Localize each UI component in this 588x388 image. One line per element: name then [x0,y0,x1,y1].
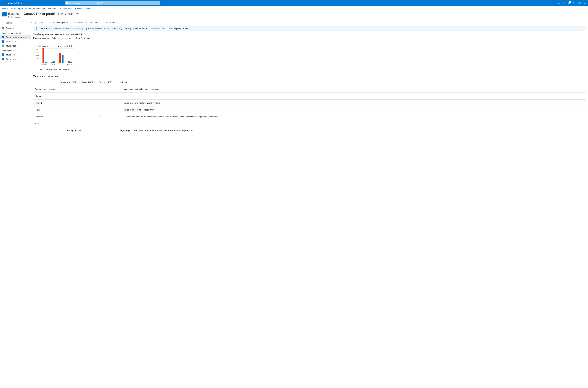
crumb-migrate[interactable]: Azure Migrate | Servers, databases and w… [11,7,56,10]
footer-insight: Migrating to Azure could be 3.14 times m… [115,127,586,134]
crumb-current[interactable]: BusinessCase001 [75,7,92,10]
table-row: Compute and licensing •saved by reservin… [33,86,586,93]
chart-legend: On-Premises Cost Azure Cost [36,69,74,70]
crumb-home[interactable]: Home [2,7,8,10]
command-bar: Export⌄ Edit Assumptions⌄ Recalculate Re… [33,20,586,26]
table-row: Network •saved by network optimizations … [33,99,586,106]
cloud-shell-icon[interactable] [557,2,560,4]
sidebar-item-onprem-vs-azure[interactable]: On-premises vs Azure [0,35,31,39]
section-heading: Total on-premises cost vs Azure cost (US… [33,33,586,36]
hamburger-menu-icon[interactable] [2,2,5,4]
svg-point-3 [574,3,575,3]
svg-point-13 [37,28,37,28]
topbar-actions: 1 [557,2,586,4]
feedback-icon[interactable] [584,2,586,4]
main-content: Export⌄ Edit Assumptions⌄ Recalculate Re… [31,20,588,137]
sidebar-item-label: Azure PaaS [6,45,17,47]
search-icon [66,2,68,4]
sidebar-item-azure-cost[interactable]: Azure cost [0,52,31,57]
svg-point-0 [66,2,68,4]
tab-potential-savings[interactable]: Potential savings [33,37,49,40]
directories-icon[interactable] [562,2,565,4]
search-icon [2,22,5,24]
overview-icon [2,27,4,29]
footer-savings: Savings 68.2% [33,127,115,134]
paas-icon [2,45,4,47]
crumb-businesscase[interactable]: Business case [59,7,72,10]
settings-icon[interactable] [573,2,575,4]
svg-point-10 [49,23,50,24]
tco-heading: Total cost of ownership [33,75,586,77]
svg-point-6 [3,22,4,23]
sidebar-item-azure-paas[interactable]: Azure PaaS [0,44,31,48]
th-insights: Insights [115,79,586,86]
tab-azure-cost[interactable]: Total Azure cost [76,37,90,40]
brand-label: Microsoft Azure [7,2,24,4]
iaas-icon [2,40,4,43]
table-row: Storage [33,93,586,99]
sliders-icon [49,22,51,24]
sidebar-item-label: Overview [6,27,14,29]
th-savings: Savings (USD) [98,79,115,86]
edit-assumptions-button[interactable]: Edit Assumptions⌄ [48,21,71,24]
svg-point-8 [49,22,50,23]
more-actions-icon[interactable]: ⋯ [76,12,79,15]
close-blade-icon[interactable]: ✕ [581,12,586,17]
download-icon [34,22,37,24]
dismiss-banner-icon[interactable]: ✕ [582,27,584,30]
chart-y-axis: 1.6M1.2M810k400k0 [36,48,39,63]
svg-line-1 [68,4,68,4]
th-azure: Azure (USD) [80,79,98,86]
refresh-icon [90,22,92,24]
tab-onprem-cost[interactable]: Total on-premises cost [52,37,73,40]
server-cost-icon [2,58,4,60]
feedback-button[interactable]: Feedback [105,21,119,24]
table-row: Facilities000 •Please update the on-prem… [33,113,586,120]
sidebar-item-onprem-cost[interactable]: On-premises cost [0,57,31,61]
page-title: BusinessCase001 | On-premises vs Azure [8,12,74,16]
svg-rect-2 [557,2,559,4]
sidebar-item-label: On-premises cost [6,58,22,60]
notifications-icon[interactable]: 1 [568,2,570,4]
sidebar-section-reports: Business case reports [0,30,31,35]
svg-point-9 [50,23,51,23]
sidebar-search[interactable] [1,21,30,25]
page-titlebar: ▤ BusinessCase001 | On-premises vs Azure… [0,11,588,20]
svg-line-7 [4,23,4,24]
metric-tabs: Potential savings Total on-premises cost… [33,37,586,40]
chart-plot-area [40,48,74,63]
table-row: IT Labor •saved by improving IT producti… [33,106,586,113]
legend-azure: Azure Cost [59,69,70,70]
tco-table: On-premises (USD) Azure (USD) Savings (U… [33,79,586,134]
legend-onprem: On-Premises Cost [40,69,57,70]
refresh-button[interactable]: Refresh [89,21,101,24]
recalc-icon [73,22,75,24]
help-icon[interactable] [578,2,581,4]
azure-topbar: Microsoft Azure 1 [0,0,588,6]
th-blank [33,79,58,86]
sidebar-item-azure-iaas[interactable]: Azure IaaS [0,39,31,44]
sidebar-item-label: Azure cost [6,54,15,56]
recalculate-button[interactable]: Recalculate [72,21,88,24]
sidebar-item-overview[interactable]: Overview [0,26,31,30]
svg-point-11 [106,22,107,23]
sidebar-item-label: Azure IaaS [6,40,16,43]
notification-badge: 1 [569,1,571,3]
cost-chart: Estimated annual cost by category (USD) … [33,43,77,72]
sidebar: « Overview Business case reports On-prem… [0,20,31,137]
info-banner: These are estimated costs and your actua… [33,26,586,31]
info-icon [35,27,38,30]
sidebar-section-assumptions: Assumptions [0,48,31,52]
chart-title: Estimated annual cost by category (USD) [36,45,74,47]
resource-type-icon: ▤ [2,12,7,17]
global-search-input[interactable] [65,1,160,5]
chart-x-axis: ComputeStorageITlabourNetwork [40,64,74,67]
global-search[interactable] [65,1,160,5]
page-subtitle: Business Case [8,16,74,18]
info-text: These are estimated costs and your actua… [40,27,188,30]
sidebar-item-label: On-premises vs Azure [6,36,26,38]
export-button[interactable]: Export⌄ [33,21,47,24]
compare-icon [2,36,4,38]
breadcrumb: Home› Azure Migrate | Servers, databases… [0,6,588,11]
sidebar-search-input[interactable] [1,21,30,25]
